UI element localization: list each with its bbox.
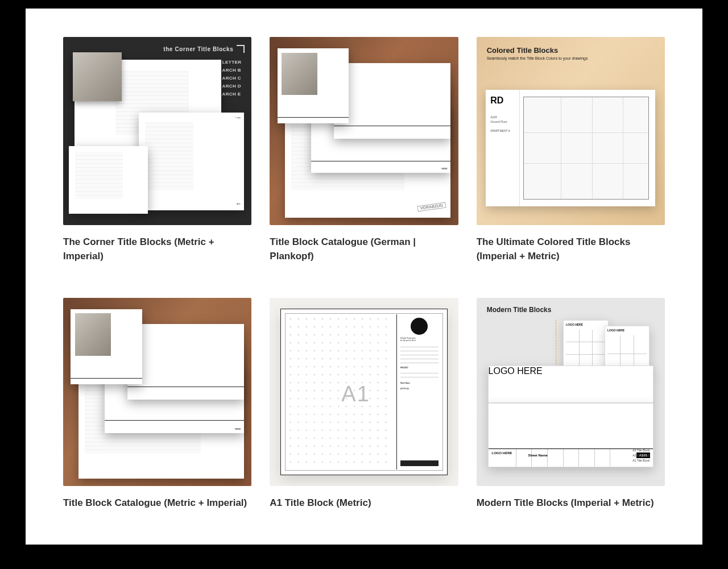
paper-size-label: A1 (341, 382, 370, 406)
product-thumbnail[interactable]: Modern Title Blocks LOGO HERE LOGO HERE … (477, 298, 665, 486)
product-card[interactable]: Modern Title Blocks LOGO HERE LOGO HERE … (477, 298, 665, 510)
badge-label: RD (490, 95, 515, 106)
legend-item: A2 Title Block (632, 453, 650, 458)
product-card[interactable]: PLACE YOUR LOGO HERE HB48 Title Block Ca… (63, 298, 251, 510)
product-grid: the Corner Title Blocks A4 | LETTER A3 |… (63, 37, 665, 510)
side-text: A104 (490, 115, 515, 119)
overlay-heading: Colored Title Blocks Seamlessly match th… (487, 46, 588, 60)
logo-placeholder-text: LOGO HERE (605, 326, 650, 334)
product-title[interactable]: Modern Title Blocks (Imperial + Metric) (477, 496, 665, 510)
section-label: Sheet Name (400, 382, 439, 384)
overlay-heading-text: Colored Title Blocks (487, 46, 588, 55)
section-label: APPROVAL (400, 388, 439, 390)
sheet-preview (278, 48, 349, 124)
product-grid-page: the Corner Title Blocks A4 | LETTER A3 |… (26, 9, 702, 545)
product-card[interactable]: Colored Title Blocks Seamlessly match th… (477, 37, 665, 264)
sheet-preview: RD A104 Ground Floor APARTMENT A (486, 90, 655, 206)
sheet-preview: Logo A01 (139, 113, 245, 210)
overlay-subheading: Seamlessly match the Title Block Colors … (487, 56, 588, 60)
logo-placeholder-text: LOGO HERE (489, 366, 543, 376)
side-text: Ground Floor (490, 119, 515, 124)
watermark-stamp: VORABZUG (417, 202, 446, 212)
side-text: APARTMENT A (490, 128, 515, 133)
product-title[interactable]: The Corner Title Blocks (Metric + Imperi… (63, 235, 251, 263)
product-thumbnail[interactable]: the Corner Title Blocks A4 | LETTER A3 |… (63, 37, 251, 225)
legend-list: A3 Title Block A2 Title Block A1 Title B… (632, 448, 650, 463)
legend-item: A1 Title Block (632, 458, 650, 463)
overlay-heading: Modern Title Blocks (487, 306, 552, 314)
product-card[interactable]: A1 InDepth Preparationfor that print or … (270, 298, 458, 510)
sheet-preview (71, 309, 142, 385)
product-thumbnail[interactable]: PLACE YOUR LOGO HERE HB48 (63, 298, 251, 486)
sheet-name-label: Sheet Name (528, 454, 548, 457)
product-title[interactable]: The Ultimate Colored Title Blocks (Imper… (477, 235, 665, 263)
logo-placeholder-text: LOGO HERE (492, 451, 512, 455)
section-label: PROJECT (400, 367, 439, 369)
product-thumbnail[interactable]: A1 InDepth Preparationfor that print or … (270, 298, 458, 486)
product-title[interactable]: Title Block Catalogue (German | Plankopf… (270, 235, 458, 263)
sheet-preview-mid: LOGO HERE (488, 366, 654, 403)
product-card[interactable]: the Corner Title Blocks A4 | LETTER A3 |… (63, 37, 251, 264)
sheet-preview-small: LOGO HERE (563, 320, 609, 369)
overlay-heading: the Corner Title Blocks (163, 45, 245, 53)
logo-circle-icon (411, 318, 428, 335)
product-title[interactable]: Title Block Catalogue (Metric + Imperial… (63, 496, 251, 510)
titleblock-strip: InDepth Preparationfor that print or Rev… (396, 314, 442, 470)
product-thumbnail[interactable]: VORABZUG HB48 (270, 37, 458, 225)
product-thumbnail[interactable]: Colored Title Blocks Seamlessly match th… (477, 37, 665, 225)
legend-item: A3 Title Block (632, 448, 650, 453)
sheet-preview: A1 InDepth Preparationfor that print or … (281, 309, 447, 475)
sheet-preview (69, 146, 148, 214)
overlay-heading-text: the Corner Title Blocks (163, 46, 233, 52)
sheet-preview (127, 324, 244, 400)
product-card[interactable]: VORABZUG HB48 Title Block Catalogue (Ger… (270, 37, 458, 264)
sheet-preview (334, 63, 450, 139)
sheet-preview-large: LOGO HERE Sheet Name A101 (488, 403, 654, 467)
product-title[interactable]: A1 Title Block (Metric) (270, 496, 458, 510)
logo-placeholder-text: LOGO HERE (564, 321, 608, 329)
